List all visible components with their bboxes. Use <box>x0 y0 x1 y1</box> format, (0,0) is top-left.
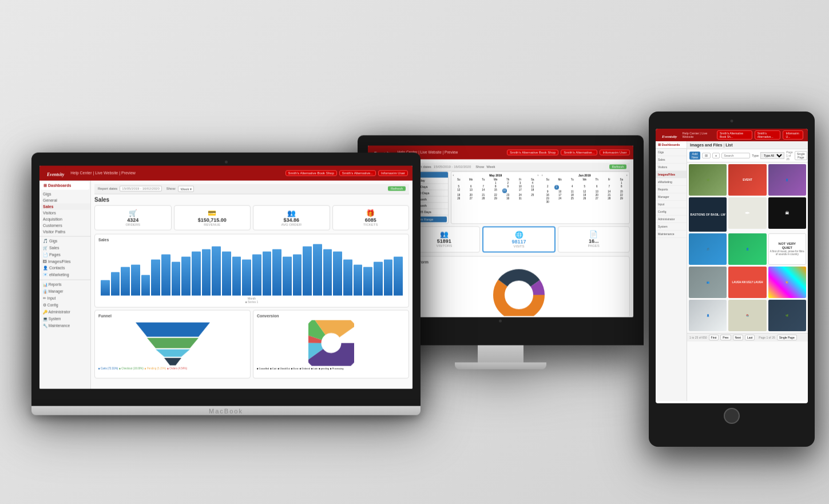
ipad-image-not-very-quiet[interactable]: NOT VERY QUIET A first of music, prose f… <box>768 233 806 264</box>
mb-stat-tickets: 🎁 6085 TICKETS <box>332 205 410 230</box>
mb-sidebar-input[interactable]: ✏ Input <box>39 295 90 301</box>
mb-chart-legend: ■ Series 1 <box>98 300 405 303</box>
imac-stat-pages: 📄 16... PAGES <box>558 226 630 252</box>
mb-tickets-label: TICKETS <box>336 223 406 226</box>
ipad-image-14[interactable]: 📚 <box>728 299 766 331</box>
ipad-sb-manager[interactable]: Manager <box>656 193 687 200</box>
cal-prev2[interactable]: ‹ <box>542 174 543 177</box>
ipad-sb-maintenance[interactable]: Maintenance <box>656 230 687 237</box>
mb-stat-orders: 🛒 4324 ORDERS <box>94 205 172 230</box>
cal-next2[interactable]: › <box>626 174 628 177</box>
mb-sidebar-sales[interactable]: Sales <box>39 203 90 209</box>
ipad-prev-button[interactable]: Prev <box>720 334 731 340</box>
ipad-image-15[interactable]: 🌿 <box>768 299 806 331</box>
ipad-image-8[interactable]: 👤 <box>728 233 766 264</box>
mb-orders-value: 4324 <box>98 217 168 223</box>
ipad-list-view-button[interactable]: ≡ <box>712 152 720 158</box>
mb-sidebar-manager[interactable]: 👔 Manager <box>39 288 90 295</box>
mb-sidebar-maintenance[interactable]: 🔧 Maintenance <box>39 322 90 329</box>
ipad-image-4[interactable]: BASTIONS OF BASIL: LW <box>689 197 727 231</box>
ipad-search-input[interactable] <box>721 152 750 158</box>
mb-sidebar-emarketing[interactable]: 📧 eMarketing <box>39 271 90 278</box>
ipad-add-new-button[interactable]: Add New <box>689 151 700 159</box>
ipad-type-select[interactable]: Type All <box>760 152 784 158</box>
ipad-image-10[interactable]: 👥 <box>689 266 727 297</box>
mb-sidebar-gigs2[interactable]: 🎵 Gigs <box>39 237 90 244</box>
ipad-image-3[interactable]: 👤 <box>768 164 806 195</box>
ipad-sb-sales[interactable]: Sales <box>656 156 687 163</box>
ipad-next-button[interactable]: Next <box>733 334 743 340</box>
ipad-sb-reports[interactable]: Reports <box>656 185 687 193</box>
imac-website-badge[interactable]: Smith's Alternative... <box>561 149 597 155</box>
macbook-refresh-button[interactable]: Refresh <box>388 186 406 191</box>
macbook-header-right: Smith's Alternative Book Shop Smith's Al… <box>285 170 408 176</box>
ipad-image-7[interactable]: 🎵 <box>689 233 727 264</box>
ipad-sb-input[interactable]: Input <box>656 200 687 208</box>
ipad-sb-visitors[interactable]: Visitors <box>656 163 687 170</box>
ipad-single-page-btn[interactable]: Single Page <box>777 334 797 340</box>
ipad-website-badge[interactable]: Smith's Alternative... <box>755 130 781 139</box>
mb-sidebar-images[interactable]: 🖼 Images/Files <box>39 258 90 264</box>
imac-user-badge[interactable]: Infomaxim User <box>600 149 629 155</box>
macbook-funnel-chart: Funnel <box>94 309 251 378</box>
ipad-sb-config[interactable]: Config <box>656 208 687 215</box>
bar-26 <box>354 264 363 295</box>
ipad-image-11[interactable]: LAUGH AN UGLY LAUGH <box>728 266 766 297</box>
bar-24 <box>333 252 342 296</box>
ipad-image-6[interactable]: ☠ <box>768 197 806 228</box>
imac-visits-value: 98117 <box>487 239 551 244</box>
ipad-sb-admin[interactable]: Administrator <box>656 215 687 223</box>
ipad-image-1[interactable]: 🌿 <box>689 164 727 195</box>
mb-conversion-title: Conversion <box>257 313 405 318</box>
cal-jun-label: Jun 2019 <box>578 173 590 177</box>
mb-sidebar-general[interactable]: General <box>39 197 90 203</box>
bar-8 <box>172 262 181 296</box>
imac-account-badge[interactable]: Smith's Alternative Book Shop <box>507 149 558 155</box>
macbook-user-badge[interactable]: Infomaxim User <box>378 170 408 176</box>
imac-camera <box>499 319 502 322</box>
mb-sidebar-config[interactable]: ⚙ Config <box>39 301 90 308</box>
img-3-label: 👤 <box>786 178 788 181</box>
mb-sidebar-contacts[interactable]: 👤 Contacts <box>39 264 90 271</box>
mb-sidebar-customers[interactable]: Customers <box>39 222 90 228</box>
mb-revenue-label: REVENUE <box>178 223 247 226</box>
macbook-content: Report dates 15/05/2019 - 16/02/2020 Sho… <box>91 180 412 388</box>
ipad-first-button[interactable]: First <box>709 334 719 340</box>
ipad-image-5[interactable]: ✒ <box>728 197 766 228</box>
ipad-sb-system[interactable]: System <box>656 223 687 230</box>
ipad-sb-emarketing[interactable]: eMarketing <box>656 178 687 185</box>
mb-report-dates[interactable]: 15/05/2019 - 16/02/2020 <box>120 186 161 192</box>
ipad-nav: Help Center | Live Website <box>682 131 713 138</box>
cal-next[interactable]: › <box>538 174 539 177</box>
mb-show-value[interactable]: Week ▾ <box>178 185 194 192</box>
mb-sidebar-admin[interactable]: 🔑 Administrator <box>39 308 90 315</box>
mb-sidebar-reports[interactable]: 📊 Reports <box>39 281 90 288</box>
ipad-bezel: Eventsity Help Center | Live Website Smi… <box>649 111 815 446</box>
img-10-label: 👥 <box>707 280 709 283</box>
macbook-account-badge[interactable]: Smith's Alternative Book Shop <box>285 170 337 176</box>
ipad-sb-gigs[interactable]: Gigs <box>656 148 687 156</box>
mb-sidebar-pages[interactable]: 📄 Pages <box>39 251 90 258</box>
mb-sidebar-acquisition[interactable]: Acquisition <box>39 216 90 222</box>
img-15-label: 🌿 <box>786 313 788 316</box>
mb-sidebar-visitor-paths[interactable]: Visitor Paths <box>39 228 90 235</box>
ipad-single-page-button[interactable]: Single Page <box>795 150 807 160</box>
ipad-user-badge[interactable]: Infomaxim U... <box>783 130 803 139</box>
ipad-sb-images[interactable]: Images/Files <box>656 170 687 178</box>
imac-refresh-button[interactable]: Refresh <box>609 164 626 169</box>
cal-prev[interactable]: ‹ <box>453 174 454 177</box>
mb-conversion-visual <box>257 320 405 366</box>
ipad-image-12[interactable]: 🎨 <box>768 266 806 297</box>
ipad-last-button[interactable]: Last <box>745 334 755 340</box>
mb-sidebar-visitors[interactable]: Visitors <box>39 209 90 216</box>
ipad-home-button[interactable] <box>724 407 740 423</box>
cal-may-label: May 2019 <box>489 173 502 177</box>
ipad-image-13[interactable]: 👤 <box>689 299 727 331</box>
ipad-image-2[interactable]: EVENT <box>728 164 766 195</box>
ipad-grid-view-button[interactable]: ⊞ <box>702 152 711 158</box>
mb-sidebar-system[interactable]: 💻 System <box>39 315 90 322</box>
mb-sidebar-gigs[interactable]: Gigs <box>39 191 90 197</box>
mb-sidebar-sales2[interactable]: 🛒 Sales <box>39 244 90 251</box>
ipad-account-badge[interactable]: Smith's Alternative Book Sh... <box>717 130 752 139</box>
macbook-website-badge[interactable]: Smith's Alternative... <box>339 170 376 176</box>
